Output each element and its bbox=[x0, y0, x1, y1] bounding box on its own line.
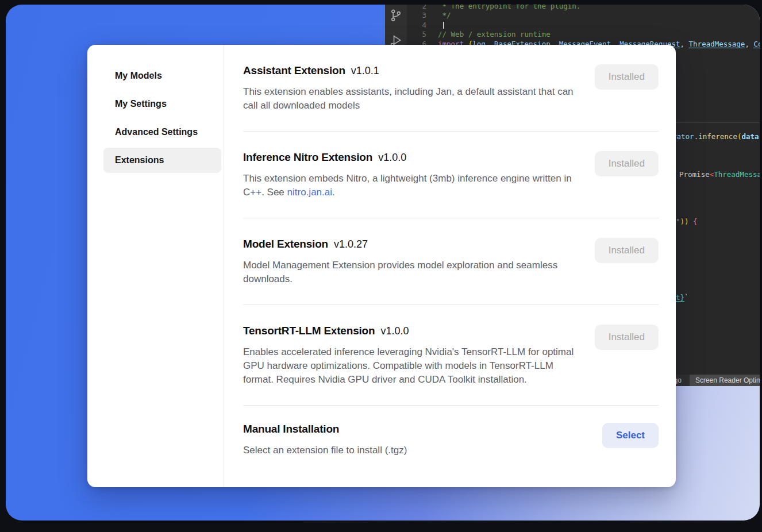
nitro-jan-ai-link[interactable]: nitro.jan.ai. bbox=[287, 187, 335, 198]
code-token: Promise bbox=[679, 170, 710, 179]
settings-nav: My ModelsMy SettingsAdvanced SettingsExt… bbox=[87, 45, 224, 487]
text-cursor bbox=[443, 22, 444, 29]
extension-title: TensortRT-LLM Extension bbox=[243, 325, 375, 337]
code-fragment: ")) { bbox=[676, 217, 698, 226]
extension-title-row: Inference Nitro Extensionv1.0.0 bbox=[243, 151, 579, 164]
sidebar-item-extensions[interactable]: Extensions bbox=[103, 148, 221, 173]
extension-description: This extension enables assistants, inclu… bbox=[243, 85, 579, 113]
extension-title-row: TensortRT-LLM Extensionv1.0.0 bbox=[243, 325, 579, 337]
extension-section: Model Extensionv1.0.27Model Management E… bbox=[243, 218, 659, 305]
sidebar-item-my-settings[interactable]: My Settings bbox=[103, 91, 221, 117]
extension-info: Inference Nitro Extensionv1.0.0This exte… bbox=[243, 151, 579, 199]
code-token: )) bbox=[680, 217, 694, 226]
line-number: 2 bbox=[407, 5, 426, 11]
extension-section: Manual InstallationSelect an extension f… bbox=[243, 406, 659, 472]
extension-description: Select an extension file to install (.tg… bbox=[243, 444, 407, 457]
sidebar-item-advanced-settings[interactable]: Advanced Settings bbox=[103, 119, 221, 145]
code-line: 4 bbox=[407, 21, 760, 30]
code-token: { bbox=[693, 217, 698, 226]
extension-title: Model Extension bbox=[243, 238, 328, 250]
code-token: , bbox=[680, 40, 689, 48]
code-token: * The entrypoint for the plugin. bbox=[438, 5, 580, 10]
source-control-icon[interactable] bbox=[390, 9, 402, 22]
code-token: ThreadMessage bbox=[689, 40, 745, 48]
code-text: */ bbox=[438, 11, 451, 20]
extension-title: Inference Nitro Extension bbox=[243, 151, 372, 164]
code-text: // Web / extension runtime bbox=[438, 30, 551, 39]
extension-title-row: Assistant Extensionv1.0.1 bbox=[243, 64, 579, 77]
installed-button[interactable]: Installed bbox=[595, 151, 659, 176]
select-file-button[interactable]: Select bbox=[602, 423, 659, 448]
extension-info: TensortRT-LLM Extensionv1.0.0Enables acc… bbox=[243, 325, 579, 387]
line-number: 3 bbox=[407, 11, 426, 20]
code-token: // Web / extension runtime bbox=[438, 30, 551, 38]
screen-reader-status[interactable]: Screen Reader Optimized bbox=[690, 375, 760, 386]
code-fragment: t}` bbox=[676, 293, 689, 302]
code-fragment: Promise<ThreadMessage> bbox=[679, 170, 760, 179]
extension-version: v1.0.1 bbox=[351, 65, 379, 77]
code-token: data bbox=[741, 132, 759, 141]
line-number: 4 bbox=[407, 21, 426, 30]
extension-section: TensortRT-LLM Extensionv1.0.0Enables acc… bbox=[243, 305, 659, 406]
code-token: */ bbox=[438, 11, 451, 20]
extension-version: v1.0.27 bbox=[334, 238, 368, 250]
installed-button[interactable]: Installed bbox=[595, 64, 659, 90]
extension-info: Model Extensionv1.0.27Model Management E… bbox=[243, 238, 579, 286]
code-token: " bbox=[676, 217, 680, 226]
code-line: 2 * The entrypoint for the plugin. bbox=[407, 5, 760, 11]
screen-reader-status-label: Screen Reader Optimized bbox=[695, 376, 760, 384]
extension-description: This extension embeds Nitro, a lightweig… bbox=[243, 172, 579, 199]
extension-info: Manual InstallationSelect an extension f… bbox=[243, 423, 407, 457]
code-token: , bbox=[745, 40, 753, 48]
extension-title-row: Manual Installation bbox=[243, 423, 407, 435]
code-token: ` bbox=[684, 293, 689, 302]
extension-description: Enables accelerated inference leveraging… bbox=[243, 345, 579, 387]
extensions-list: Assistant Extensionv1.0.1This extension … bbox=[224, 45, 676, 487]
extension-title: Manual Installation bbox=[243, 423, 339, 435]
extension-version: v1.0.0 bbox=[378, 152, 406, 164]
code-token: inference bbox=[698, 132, 737, 141]
extension-section: Inference Nitro Extensionv1.0.0This exte… bbox=[243, 132, 659, 218]
code-text bbox=[438, 21, 444, 30]
extension-title: Assistant Extension bbox=[243, 64, 345, 77]
extension-title-row: Model Extensionv1.0.27 bbox=[243, 238, 579, 250]
code-line: 5// Web / extension runtime bbox=[407, 30, 760, 39]
extension-version: v1.0.0 bbox=[380, 325, 409, 337]
code-token: t} bbox=[676, 293, 684, 302]
code-token: ) bbox=[759, 132, 760, 141]
line-number: 5 bbox=[407, 30, 426, 39]
settings-modal: My ModelsMy SettingsAdvanced SettingsExt… bbox=[87, 45, 676, 487]
sidebar-item-my-models[interactable]: My Models bbox=[103, 63, 221, 88]
code-fragment: rator.inference(data)); bbox=[672, 132, 760, 141]
installed-button[interactable]: Installed bbox=[595, 325, 659, 350]
code-line: 3 */ bbox=[407, 11, 760, 20]
extension-description: Model Management Extension provides mode… bbox=[243, 259, 579, 286]
code-text: * The entrypoint for the plugin. bbox=[438, 5, 580, 11]
installed-button[interactable]: Installed bbox=[595, 238, 659, 263]
code-lines: 2 * The entrypoint for the plugin.3 */45… bbox=[407, 5, 760, 49]
app-window: 2 * The entrypoint for the plugin.3 */45… bbox=[6, 5, 760, 521]
code-token: ThreadMessage bbox=[714, 170, 760, 179]
extension-info: Assistant Extensionv1.0.1This extension … bbox=[243, 64, 579, 113]
code-token: ContentType bbox=[753, 40, 760, 48]
extension-section: Assistant Extensionv1.0.1This extension … bbox=[243, 45, 659, 132]
